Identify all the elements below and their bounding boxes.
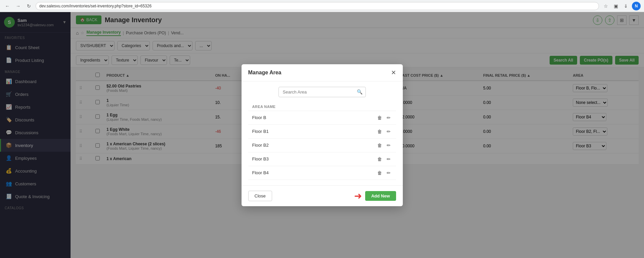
red-arrow-icon: ➜ bbox=[354, 190, 362, 201]
delete-area-btn[interactable]: 🗑 bbox=[376, 156, 383, 162]
edit-area-btn[interactable]: ✏ bbox=[385, 170, 392, 176]
download-btn[interactable]: ⇓ bbox=[622, 2, 630, 10]
modal-body: 🔍 AREA NAME Floor B 🗑 ✏ Floor B1 🗑 ✏ bbox=[242, 81, 403, 185]
area-name: Floor B bbox=[252, 115, 266, 120]
forward-nav-btn[interactable]: → bbox=[14, 2, 22, 10]
area-name: Floor B2 bbox=[252, 143, 269, 148]
browser-user-avatar[interactable]: N bbox=[632, 2, 641, 10]
browser-chrome: ← → ↻ ☆ ▣ ⇓ N bbox=[0, 0, 644, 12]
edit-area-btn[interactable]: ✏ bbox=[385, 114, 392, 121]
area-row-floor-b3: Floor B3 🗑 ✏ bbox=[248, 152, 396, 166]
area-name: Floor B3 bbox=[252, 156, 269, 161]
modal-overlay[interactable]: Manage Area ✕ 🔍 AREA NAME Floor B 🗑 ✏ F bbox=[0, 12, 644, 258]
area-row-actions: 🗑 ✏ bbox=[376, 142, 392, 149]
delete-area-btn[interactable]: 🗑 bbox=[376, 128, 383, 135]
delete-area-btn[interactable]: 🗑 bbox=[376, 114, 383, 121]
browser-actions: ☆ ▣ ⇓ N bbox=[602, 2, 641, 10]
edit-area-btn[interactable]: ✏ bbox=[385, 142, 392, 149]
modal-footer-right: ➜ Add New bbox=[354, 190, 396, 201]
edit-area-btn[interactable]: ✏ bbox=[385, 128, 392, 135]
modal-header: Manage Area ✕ bbox=[242, 64, 403, 81]
extensions-btn[interactable]: ▣ bbox=[612, 2, 620, 10]
area-row-floor-b1: Floor B1 🗑 ✏ bbox=[248, 125, 396, 139]
area-table-header: AREA NAME bbox=[248, 103, 396, 111]
reload-btn[interactable]: ↻ bbox=[25, 2, 33, 10]
edit-area-btn[interactable]: ✏ bbox=[385, 156, 392, 162]
search-area-wrapper: 🔍 bbox=[278, 87, 366, 97]
delete-area-btn[interactable]: 🗑 bbox=[376, 142, 383, 149]
area-row-actions: 🗑 ✏ bbox=[376, 128, 392, 135]
modal-title: Manage Area bbox=[248, 70, 282, 76]
back-nav-btn[interactable]: ← bbox=[3, 2, 11, 10]
url-bar[interactable] bbox=[36, 2, 599, 10]
area-row-floor-b: Floor B 🗑 ✏ bbox=[248, 111, 396, 125]
search-area-input[interactable] bbox=[278, 87, 366, 97]
area-name: Floor B1 bbox=[252, 129, 269, 134]
modal-footer: Close ➜ Add New bbox=[242, 185, 403, 206]
area-row-floor-b2: Floor B2 🗑 ✏ bbox=[248, 139, 396, 152]
delete-area-btn[interactable]: 🗑 bbox=[376, 170, 383, 176]
area-row-actions: 🗑 ✏ bbox=[376, 114, 392, 121]
area-row-actions: 🗑 ✏ bbox=[376, 170, 392, 176]
area-name: Floor B4 bbox=[252, 170, 269, 175]
close-modal-button[interactable]: Close bbox=[248, 191, 272, 201]
area-row-actions: 🗑 ✏ bbox=[376, 156, 392, 162]
manage-area-modal: Manage Area ✕ 🔍 AREA NAME Floor B 🗑 ✏ F bbox=[242, 64, 403, 206]
add-new-button[interactable]: Add New bbox=[365, 191, 396, 201]
star-btn[interactable]: ☆ bbox=[602, 2, 610, 10]
search-area-container: 🔍 bbox=[248, 87, 396, 97]
area-row-floor-b4: Floor B4 🗑 ✏ bbox=[248, 166, 396, 180]
modal-close-button[interactable]: ✕ bbox=[391, 70, 396, 76]
